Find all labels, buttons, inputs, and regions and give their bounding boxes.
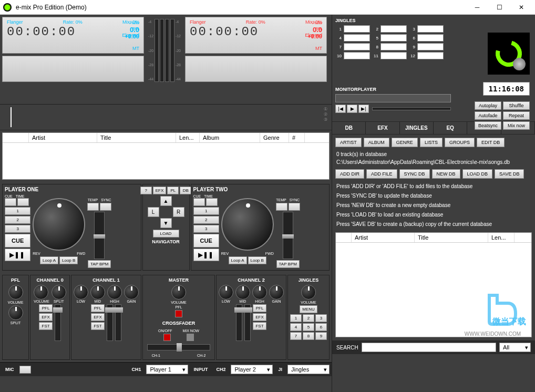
ch1-fader[interactable] xyxy=(107,304,113,341)
p1-temp[interactable] xyxy=(87,203,99,211)
playlist-view[interactable]: Artist Title Len... Album Genre # xyxy=(2,132,330,180)
p2-hot-1[interactable]: 1 xyxy=(193,207,219,215)
db-track-list[interactable]: Artist Title Len... 微当下载 WWW.WEIDOWN.COM xyxy=(335,232,532,337)
ch1-gain[interactable] xyxy=(124,285,139,300)
ch1-fst[interactable]: FST xyxy=(91,322,105,330)
deck-2-waveform[interactable] xyxy=(185,56,327,82)
jingles-menu[interactable]: MENU xyxy=(300,305,317,313)
p2-play-button[interactable]: ▶❚❚ xyxy=(193,249,219,261)
track-position-marker[interactable] xyxy=(11,107,12,127)
ch0-split[interactable] xyxy=(52,285,66,300)
jingle-slot-1[interactable] xyxy=(344,25,370,33)
jingle-slot-6[interactable] xyxy=(417,34,444,42)
ch2-fader-2[interactable] xyxy=(244,304,251,341)
nav-help[interactable]: ? xyxy=(140,187,152,194)
jingle-slot-2[interactable] xyxy=(380,25,407,33)
pfl-split-knob[interactable] xyxy=(8,305,23,320)
ch2-fst[interactable]: FST xyxy=(253,322,266,330)
ch0-fader[interactable] xyxy=(55,304,61,341)
p2-pitch-slider[interactable] xyxy=(283,212,293,259)
p2-cue-button[interactable]: CUE xyxy=(193,234,219,247)
ch1-high[interactable] xyxy=(107,285,122,300)
ch2-efx[interactable]: EFX xyxy=(253,313,266,321)
p1-tap-bpm[interactable]: TAP BPM xyxy=(88,260,111,268)
ch1-source-dropdown[interactable]: Player 1 xyxy=(146,365,188,374)
jingle-slot-9[interactable] xyxy=(417,43,444,50)
p1-loop-b[interactable]: Loop B xyxy=(59,256,78,264)
monitor-progress[interactable] xyxy=(372,107,451,110)
p2-tap-bpm[interactable]: TAP BPM xyxy=(276,260,300,268)
ch0-efx[interactable]: EFX xyxy=(39,313,53,321)
mixnow-button[interactable]: Mix now xyxy=(503,121,530,130)
ch2-fader[interactable] xyxy=(236,304,242,341)
ch0-volume[interactable] xyxy=(34,285,48,300)
jingle-slot-4[interactable] xyxy=(344,34,370,42)
p2-time-toggle[interactable] xyxy=(206,198,218,206)
p2-sync[interactable] xyxy=(289,203,300,211)
close-button[interactable]: ✕ xyxy=(511,1,532,14)
jingle-slot-12[interactable] xyxy=(417,52,444,59)
master-pfl[interactable] xyxy=(175,310,182,317)
nav-pl[interactable]: PL xyxy=(167,187,179,194)
nav-down[interactable]: ▼ xyxy=(160,218,172,228)
mic-toggle[interactable] xyxy=(19,366,31,374)
autofade-button[interactable]: Autofade xyxy=(475,111,501,120)
db-add-file[interactable]: ADD FILE xyxy=(366,169,397,179)
ch2-low[interactable] xyxy=(219,285,233,300)
nav-left[interactable]: L xyxy=(148,207,159,217)
db-groups-button[interactable]: GROUPS xyxy=(445,138,475,147)
p2-loop-b[interactable]: Loop B xyxy=(248,256,266,264)
tab-jingles[interactable]: JINGLES xyxy=(400,122,434,134)
deck-2-time-display[interactable]: Flanger Rate: 0% Mix: 0% 00:00:00 Auto 8… xyxy=(185,17,327,54)
nav-load[interactable]: LOAD xyxy=(153,230,179,238)
p2-hot-3[interactable]: 3 xyxy=(193,225,219,233)
master-volume[interactable] xyxy=(171,285,186,300)
p1-cue-toggle[interactable] xyxy=(5,198,16,206)
nav-db[interactable]: DB xyxy=(180,187,191,194)
search-filter-dropdown[interactable]: All xyxy=(499,343,531,352)
crossfader[interactable] xyxy=(147,344,210,350)
tab-eq[interactable]: EQ xyxy=(434,122,467,134)
p1-pitch-slider[interactable] xyxy=(94,212,105,259)
beatsync-button[interactable]: Beatsync xyxy=(475,121,501,130)
ch2-source-dropdown[interactable]: Player 2 xyxy=(231,365,273,374)
p2-loop-a[interactable]: Loop A xyxy=(229,256,247,264)
ch0-pfl[interactable]: PFL xyxy=(39,304,53,312)
ch1-pfl[interactable]: PFL xyxy=(91,304,105,312)
db-lists-button[interactable]: LISTS xyxy=(420,138,443,147)
tab-db[interactable]: DB xyxy=(332,122,366,134)
search-input[interactable] xyxy=(362,343,496,352)
monitor-play[interactable]: ▶ xyxy=(347,105,357,113)
minimize-button[interactable]: ─ xyxy=(467,1,488,14)
db-album-button[interactable]: ALBUM xyxy=(364,138,389,147)
jingle-key-5[interactable]: 5 xyxy=(303,323,314,331)
ch2-gain[interactable] xyxy=(269,285,284,300)
p1-time-toggle[interactable] xyxy=(17,198,29,206)
ch0-fst[interactable]: FST xyxy=(39,322,53,330)
jingle-key-2[interactable]: 2 xyxy=(303,314,314,322)
jingle-key-1[interactable]: 1 xyxy=(290,314,302,322)
jingle-slot-3[interactable] xyxy=(417,25,444,33)
nav-up[interactable]: ▲ xyxy=(160,196,172,206)
db-edit-button[interactable]: EDIT DB xyxy=(477,138,505,147)
ch2-high[interactable] xyxy=(252,285,267,300)
ch2-pfl[interactable]: PFL xyxy=(253,304,266,312)
jingles-volume[interactable] xyxy=(301,285,316,300)
jingles-source-dropdown[interactable]: Jingles xyxy=(287,365,330,374)
monitor-next[interactable]: ▶| xyxy=(358,105,369,113)
xfader-mixnow[interactable] xyxy=(187,334,194,341)
jingle-key-9[interactable]: 9 xyxy=(315,332,327,340)
p2-hot-2[interactable]: 2 xyxy=(193,216,219,224)
ch2-mid[interactable] xyxy=(235,285,250,300)
deck-1-time-display[interactable]: Flanger Rate: 0% Mix: 0% 00:00:00 Auto 8… xyxy=(2,17,144,54)
db-sync[interactable]: SYNC DB xyxy=(399,169,430,179)
jingle-key-7[interactable]: 7 xyxy=(290,332,302,340)
p2-jog-wheel[interactable] xyxy=(221,198,274,251)
nav-efx[interactable]: EFX xyxy=(153,187,167,194)
p1-jog-wheel[interactable] xyxy=(33,198,85,251)
jingle-slot-5[interactable] xyxy=(380,34,407,42)
p1-hot-2[interactable]: 2 xyxy=(5,216,30,224)
jingle-key-6[interactable]: 6 xyxy=(315,323,327,331)
timeline-track[interactable]: ① ② ③ xyxy=(0,104,332,130)
deck-1-waveform[interactable] xyxy=(2,56,144,82)
